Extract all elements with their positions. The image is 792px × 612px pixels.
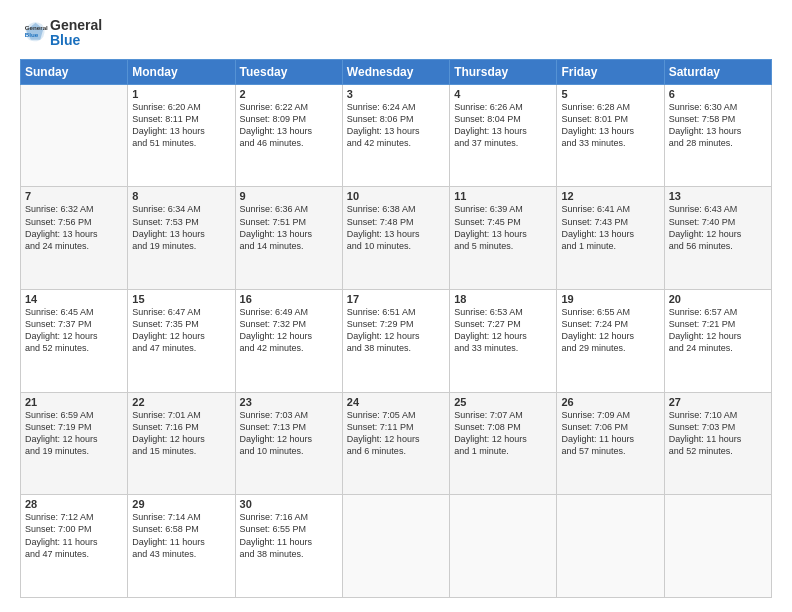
day-number: 14 [25,293,123,305]
page-header: General Blue General Blue [20,18,772,49]
calendar-cell [342,495,449,598]
calendar-cell: 16Sunrise: 6:49 AM Sunset: 7:32 PM Dayli… [235,290,342,393]
calendar-week-row: 14Sunrise: 6:45 AM Sunset: 7:37 PM Dayli… [21,290,772,393]
day-info: Sunrise: 7:07 AM Sunset: 7:08 PM Dayligh… [454,409,552,458]
day-number: 19 [561,293,659,305]
calendar-cell: 17Sunrise: 6:51 AM Sunset: 7:29 PM Dayli… [342,290,449,393]
calendar-cell: 23Sunrise: 7:03 AM Sunset: 7:13 PM Dayli… [235,392,342,495]
calendar-cell: 7Sunrise: 6:32 AM Sunset: 7:56 PM Daylig… [21,187,128,290]
day-number: 25 [454,396,552,408]
day-number: 1 [132,88,230,100]
day-info: Sunrise: 6:32 AM Sunset: 7:56 PM Dayligh… [25,203,123,252]
calendar-cell: 29Sunrise: 7:14 AM Sunset: 6:58 PM Dayli… [128,495,235,598]
calendar-cell: 4Sunrise: 6:26 AM Sunset: 8:04 PM Daylig… [450,84,557,187]
day-info: Sunrise: 7:01 AM Sunset: 7:16 PM Dayligh… [132,409,230,458]
svg-text:General: General [25,25,48,32]
day-number: 6 [669,88,767,100]
calendar-cell: 13Sunrise: 6:43 AM Sunset: 7:40 PM Dayli… [664,187,771,290]
calendar-cell: 9Sunrise: 6:36 AM Sunset: 7:51 PM Daylig… [235,187,342,290]
day-number: 30 [240,498,338,510]
logo-icon: General Blue [20,18,48,46]
day-info: Sunrise: 6:34 AM Sunset: 7:53 PM Dayligh… [132,203,230,252]
day-number: 10 [347,190,445,202]
day-info: Sunrise: 6:39 AM Sunset: 7:45 PM Dayligh… [454,203,552,252]
day-number: 5 [561,88,659,100]
day-info: Sunrise: 6:59 AM Sunset: 7:19 PM Dayligh… [25,409,123,458]
calendar-table: SundayMondayTuesdayWednesdayThursdayFrid… [20,59,772,598]
calendar-week-row: 28Sunrise: 7:12 AM Sunset: 7:00 PM Dayli… [21,495,772,598]
day-info: Sunrise: 6:53 AM Sunset: 7:27 PM Dayligh… [454,306,552,355]
calendar-cell: 28Sunrise: 7:12 AM Sunset: 7:00 PM Dayli… [21,495,128,598]
day-info: Sunrise: 6:43 AM Sunset: 7:40 PM Dayligh… [669,203,767,252]
calendar-cell: 12Sunrise: 6:41 AM Sunset: 7:43 PM Dayli… [557,187,664,290]
calendar-cell: 2Sunrise: 6:22 AM Sunset: 8:09 PM Daylig… [235,84,342,187]
svg-text:Blue: Blue [25,32,39,39]
day-info: Sunrise: 6:41 AM Sunset: 7:43 PM Dayligh… [561,203,659,252]
day-info: Sunrise: 7:16 AM Sunset: 6:55 PM Dayligh… [240,511,338,560]
day-number: 2 [240,88,338,100]
calendar-week-row: 1Sunrise: 6:20 AM Sunset: 8:11 PM Daylig… [21,84,772,187]
calendar-day-header: Friday [557,59,664,84]
calendar-cell: 14Sunrise: 6:45 AM Sunset: 7:37 PM Dayli… [21,290,128,393]
logo-text-general: General [50,18,102,33]
calendar-cell [21,84,128,187]
day-number: 15 [132,293,230,305]
day-info: Sunrise: 6:20 AM Sunset: 8:11 PM Dayligh… [132,101,230,150]
day-info: Sunrise: 6:30 AM Sunset: 7:58 PM Dayligh… [669,101,767,150]
calendar-week-row: 21Sunrise: 6:59 AM Sunset: 7:19 PM Dayli… [21,392,772,495]
day-info: Sunrise: 7:14 AM Sunset: 6:58 PM Dayligh… [132,511,230,560]
day-info: Sunrise: 6:55 AM Sunset: 7:24 PM Dayligh… [561,306,659,355]
day-info: Sunrise: 6:38 AM Sunset: 7:48 PM Dayligh… [347,203,445,252]
calendar-day-header: Tuesday [235,59,342,84]
calendar-cell: 22Sunrise: 7:01 AM Sunset: 7:16 PM Dayli… [128,392,235,495]
day-info: Sunrise: 7:09 AM Sunset: 7:06 PM Dayligh… [561,409,659,458]
day-info: Sunrise: 6:24 AM Sunset: 8:06 PM Dayligh… [347,101,445,150]
day-number: 20 [669,293,767,305]
logo: General Blue General Blue [20,18,102,49]
day-info: Sunrise: 6:36 AM Sunset: 7:51 PM Dayligh… [240,203,338,252]
calendar-cell: 30Sunrise: 7:16 AM Sunset: 6:55 PM Dayli… [235,495,342,598]
day-info: Sunrise: 6:22 AM Sunset: 8:09 PM Dayligh… [240,101,338,150]
day-number: 16 [240,293,338,305]
day-number: 21 [25,396,123,408]
calendar-cell [557,495,664,598]
day-info: Sunrise: 7:05 AM Sunset: 7:11 PM Dayligh… [347,409,445,458]
day-number: 17 [347,293,445,305]
day-info: Sunrise: 6:57 AM Sunset: 7:21 PM Dayligh… [669,306,767,355]
day-number: 28 [25,498,123,510]
calendar-cell: 10Sunrise: 6:38 AM Sunset: 7:48 PM Dayli… [342,187,449,290]
day-number: 18 [454,293,552,305]
day-info: Sunrise: 7:12 AM Sunset: 7:00 PM Dayligh… [25,511,123,560]
day-number: 27 [669,396,767,408]
calendar-cell: 3Sunrise: 6:24 AM Sunset: 8:06 PM Daylig… [342,84,449,187]
calendar-day-header: Thursday [450,59,557,84]
day-number: 22 [132,396,230,408]
day-number: 7 [25,190,123,202]
day-number: 29 [132,498,230,510]
calendar-cell: 15Sunrise: 6:47 AM Sunset: 7:35 PM Dayli… [128,290,235,393]
day-info: Sunrise: 7:03 AM Sunset: 7:13 PM Dayligh… [240,409,338,458]
calendar-cell: 26Sunrise: 7:09 AM Sunset: 7:06 PM Dayli… [557,392,664,495]
calendar-cell: 21Sunrise: 6:59 AM Sunset: 7:19 PM Dayli… [21,392,128,495]
calendar-cell: 25Sunrise: 7:07 AM Sunset: 7:08 PM Dayli… [450,392,557,495]
calendar-cell: 27Sunrise: 7:10 AM Sunset: 7:03 PM Dayli… [664,392,771,495]
day-number: 13 [669,190,767,202]
calendar-cell: 1Sunrise: 6:20 AM Sunset: 8:11 PM Daylig… [128,84,235,187]
calendar-week-row: 7Sunrise: 6:32 AM Sunset: 7:56 PM Daylig… [21,187,772,290]
calendar-cell: 5Sunrise: 6:28 AM Sunset: 8:01 PM Daylig… [557,84,664,187]
logo-text-blue: Blue [50,33,102,48]
calendar-cell: 24Sunrise: 7:05 AM Sunset: 7:11 PM Dayli… [342,392,449,495]
day-info: Sunrise: 6:26 AM Sunset: 8:04 PM Dayligh… [454,101,552,150]
day-info: Sunrise: 6:51 AM Sunset: 7:29 PM Dayligh… [347,306,445,355]
calendar-header-row: SundayMondayTuesdayWednesdayThursdayFrid… [21,59,772,84]
calendar-cell: 8Sunrise: 6:34 AM Sunset: 7:53 PM Daylig… [128,187,235,290]
calendar-cell: 19Sunrise: 6:55 AM Sunset: 7:24 PM Dayli… [557,290,664,393]
day-number: 26 [561,396,659,408]
calendar-day-header: Monday [128,59,235,84]
calendar-cell: 6Sunrise: 6:30 AM Sunset: 7:58 PM Daylig… [664,84,771,187]
day-info: Sunrise: 6:49 AM Sunset: 7:32 PM Dayligh… [240,306,338,355]
day-number: 12 [561,190,659,202]
calendar-cell: 20Sunrise: 6:57 AM Sunset: 7:21 PM Dayli… [664,290,771,393]
calendar-cell [664,495,771,598]
calendar-day-header: Wednesday [342,59,449,84]
